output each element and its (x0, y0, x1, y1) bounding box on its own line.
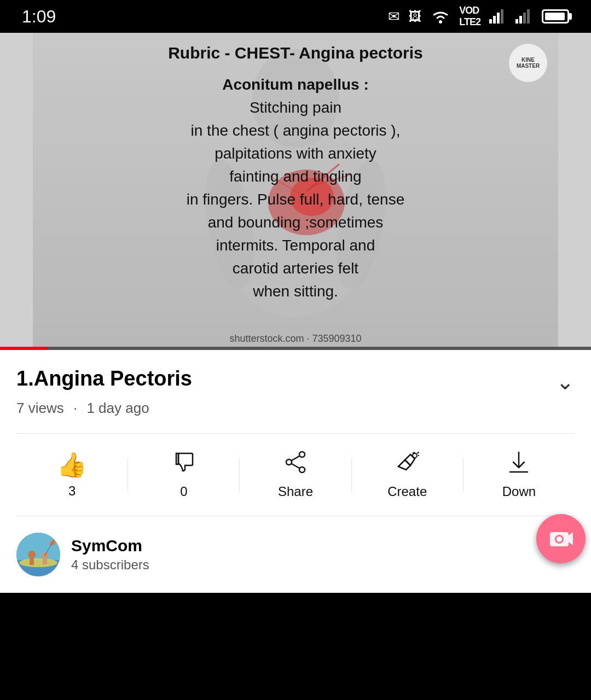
svg-line-25 (417, 452, 419, 453)
wifi-icon (431, 9, 450, 24)
video-player[interactable]: Rubric - CHEST- Angina pectoris Aconitum… (0, 33, 591, 350)
watermark-text: KINEMASTER (517, 57, 540, 69)
video-rubric: Rubric - CHEST- Angina pectoris (168, 44, 423, 62)
create-button[interactable]: Create (352, 445, 463, 505)
title-row: 1.Angina Pectoris ⌄ (16, 366, 575, 394)
view-count: 7 views (16, 400, 64, 416)
chevron-down-icon[interactable]: ⌄ (556, 369, 575, 394)
like-button[interactable]: 👍 3 (16, 445, 128, 504)
svg-rect-6 (519, 16, 522, 24)
dislike-button[interactable]: 0 (128, 445, 239, 505)
like-count: 3 (68, 483, 76, 499)
share-label: Share (278, 484, 313, 499)
download-icon (507, 450, 531, 480)
svg-line-21 (292, 456, 299, 460)
channel-avatar[interactable] (16, 533, 60, 576)
channel-row: SymCom 4 subscribers (16, 527, 575, 582)
svg-line-22 (292, 464, 299, 468)
vod-lte-icon: VODLTE2 (459, 5, 480, 28)
channel-name[interactable]: SymCom (71, 536, 149, 555)
thumbs-up-icon: 👍 (57, 451, 87, 479)
share-button[interactable]: Share (240, 445, 351, 505)
svg-point-23 (413, 453, 417, 458)
signal1-icon (489, 9, 507, 24)
signal2-icon (515, 9, 533, 24)
svg-point-18 (299, 452, 305, 457)
svg-rect-1 (489, 19, 492, 24)
drug-name: Aconitum napellus : (222, 76, 369, 93)
dislike-count: 0 (180, 484, 187, 499)
content-area: 1.Angina Pectoris ⌄ 7 views · 1 day ago … (0, 350, 591, 593)
svg-rect-33 (30, 558, 34, 565)
svg-rect-2 (493, 16, 496, 24)
svg-point-0 (439, 20, 442, 24)
svg-rect-4 (501, 9, 503, 24)
status-icons: ✉ 🖼 VODLTE2 (388, 5, 569, 28)
svg-point-32 (28, 551, 36, 558)
video-title: 1.Angina Pectoris (16, 366, 545, 392)
svg-point-19 (299, 467, 305, 472)
svg-rect-8 (527, 9, 530, 24)
meta-dot: · (73, 400, 77, 416)
share-icon (283, 450, 308, 480)
camera-icon (549, 527, 573, 551)
shutterstock-credit: shutterstock.com · 735909310 (229, 333, 361, 345)
video-progress-fill (0, 347, 47, 350)
watermark: KINEMASTER (509, 44, 547, 82)
video-text-overlay: Rubric - CHEST- Angina pectoris Aconitum… (33, 33, 558, 350)
upload-time: 1 day ago (86, 400, 149, 416)
create-icon (395, 450, 419, 480)
svg-rect-7 (523, 13, 526, 24)
mail-icon: ✉ (388, 8, 400, 25)
svg-point-31 (19, 558, 57, 567)
image-icon: 🖼 (409, 9, 422, 24)
floating-record-button[interactable] (536, 514, 586, 563)
download-label: Down (502, 484, 536, 499)
status-time: 1:09 (22, 7, 56, 27)
svg-rect-35 (43, 559, 47, 564)
svg-point-20 (286, 459, 292, 465)
thumbs-down-icon (172, 450, 196, 480)
video-progress-bar[interactable] (0, 347, 591, 350)
create-label: Create (387, 484, 427, 499)
svg-rect-3 (497, 13, 500, 24)
svg-marker-38 (569, 532, 573, 545)
video-body-text: Aconitum napellus : Stitching pain in th… (187, 73, 404, 303)
video-meta: 7 views · 1 day ago (16, 400, 575, 417)
channel-info: SymCom 4 subscribers (71, 536, 149, 573)
download-button[interactable]: Down (463, 445, 575, 505)
video-thumbnail: Rubric - CHEST- Angina pectoris Aconitum… (0, 33, 591, 350)
avatar-art (16, 533, 60, 576)
battery-icon (542, 9, 569, 24)
svg-point-40 (557, 536, 562, 542)
channel-subscribers: 4 subscribers (71, 557, 149, 573)
svg-rect-5 (515, 19, 518, 24)
action-buttons: 👍 3 0 (16, 433, 575, 516)
status-bar: 1:09 ✉ 🖼 VODLTE2 (0, 0, 591, 33)
svg-rect-29 (16, 533, 60, 560)
